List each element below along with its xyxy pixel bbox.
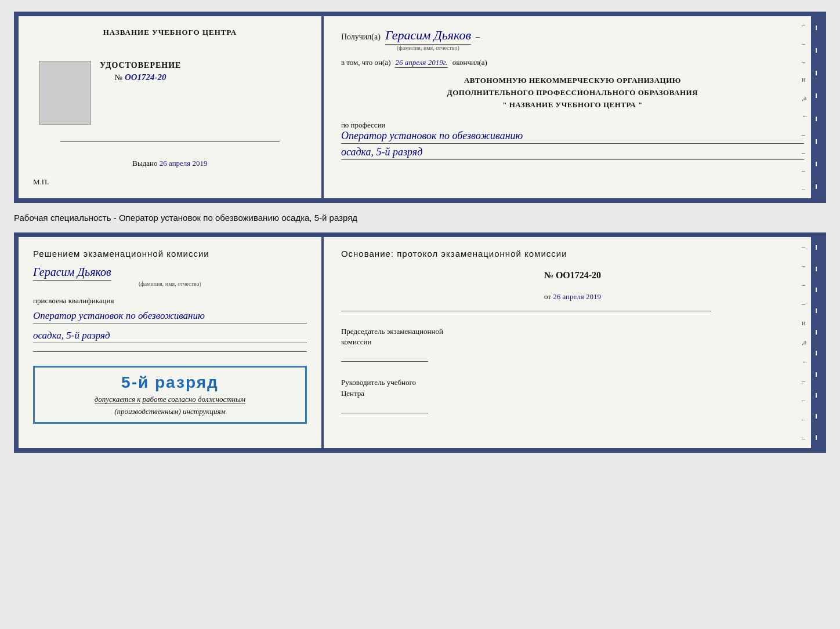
mp-label: М.П. (33, 177, 49, 187)
org-line1: АВТОНОМНУЮ НЕКОММЕРЧЕСКУЮ ОРГАНИЗАЦИЮ (341, 75, 804, 87)
from-label: от (544, 292, 551, 301)
issued-label: Выдано (132, 159, 157, 168)
org-line3: " НАЗВАНИЕ УЧЕБНОГО ЦЕНТРА " (341, 99, 804, 111)
cert-title: УДОСТОВЕРЕНИЕ (100, 61, 181, 70)
profession-block: по профессии Оператор установок по обезв… (341, 118, 804, 160)
decision-title: Решением экзаменационной комиссии (33, 249, 307, 259)
top-certificate-card: НАЗВАНИЕ УЧЕБНОГО ЦЕНТРА УДОСТОВЕРЕНИЕ №… (14, 12, 826, 203)
bottom-right-dashes: ––––и,а←–––– (802, 237, 809, 448)
photo-placeholder (39, 61, 91, 125)
stamp-allowed: допускается к работе согласно должностны… (95, 395, 245, 404)
received-row: Получил(а) Герасим Дьяков (фамилия, имя,… (341, 28, 804, 51)
school-name-top: НАЗВАНИЕ УЧЕБНОГО ЦЕНТРА (103, 28, 237, 37)
cert-number: OO1724-20 (125, 72, 166, 82)
rank-value: осадка, 5-й разряд (341, 146, 804, 160)
confirm-end: окончил(а) (452, 58, 487, 67)
top-card-right: Получил(а) Герасим Дьяков (фамилия, имя,… (324, 16, 821, 198)
chairman-title: Председатель экзаменационной комиссии (341, 326, 804, 347)
bottom-name-sublabel: (фамилия, имя, отчество) (33, 281, 307, 287)
protocol-number: № OO1724-20 (341, 270, 804, 281)
allowed-underline: работе согласно должностным (143, 395, 246, 404)
issued-date: 26 апреля 2019 (160, 159, 208, 168)
right-edge-decoration (811, 16, 821, 198)
director-sign-line (341, 402, 428, 413)
protocol-date: от 26 апреля 2019 (341, 292, 804, 301)
director-block: Руководитель учебного Центра (341, 377, 804, 416)
issued-line: Выдано 26 апреля 2019 (132, 159, 207, 168)
bottom-certificate-card: Решением экзаменационной комиссии Гераси… (14, 232, 826, 453)
bottom-name: Герасим Дьяков (33, 266, 111, 281)
org-line2: ДОПОЛНИТЕЛЬНОГО ПРОФЕССИОНАЛЬНОГО ОБРАЗО… (341, 87, 804, 99)
chairman-sign-line (341, 350, 428, 362)
org-block: АВТОНОМНУЮ НЕКОММЕРЧЕСКУЮ ОРГАНИЗАЦИЮ ДО… (341, 75, 804, 111)
profession-value: Оператор установок по обезвоживанию (341, 130, 804, 144)
stamp-rank: 5-й разряд (121, 373, 219, 392)
director-title: Руководитель учебного Центра (341, 377, 804, 398)
bottom-card-right: Основание: протокол экзаменационной коми… (324, 237, 821, 448)
bottom-card-left: Решением экзаменационной комиссии Гераси… (19, 237, 324, 448)
bottom-right-edge-decoration (811, 237, 821, 448)
allowed-end-text: (производственным) инструкциям (114, 407, 226, 416)
from-date: 26 апреля 2019 (553, 292, 601, 301)
director-title-line1: Руководитель учебного (341, 378, 416, 387)
qual-rank: осадка, 5-й разряд (33, 330, 307, 343)
name-sublabel: (фамилия, имя, отчество) (385, 45, 471, 51)
chairman-title-line2: комиссии (341, 337, 372, 346)
bottom-name-block: Герасим Дьяков (фамилия, имя, отчество) (33, 266, 307, 287)
confirm-row: в том, что он(а) 26 апреля 2019г. окончи… (341, 58, 804, 68)
basis-title: Основание: протокол экзаменационной коми… (341, 249, 804, 259)
chairman-block: Председатель экзаменационной комиссии (341, 326, 804, 365)
cert-number-prefix: № (115, 73, 122, 82)
confirm-label: в том, что он(а) (341, 58, 391, 67)
qual-value: Оператор установок по обезвоживанию (33, 310, 307, 323)
dash: – (476, 32, 480, 42)
received-label: Получил(а) (341, 32, 381, 42)
director-title-line2: Центра (341, 389, 364, 398)
qual-label: присвоена квалификация (33, 296, 307, 306)
confirm-date: 26 апреля 2019г. (395, 58, 447, 68)
right-dashes: –––и,а←–––– (802, 16, 809, 198)
allowed-text: допускается к (95, 395, 141, 404)
specialty-label: Рабочая специальность - Оператор установ… (14, 210, 826, 226)
allowed-end: (производственным) инструкциям (114, 407, 226, 416)
chairman-title-line1: Председатель экзаменационной (341, 327, 443, 336)
cert-number-block: УДОСТОВЕРЕНИЕ № OO1724-20 (100, 61, 181, 82)
profession-label: по профессии (341, 121, 804, 130)
recipient-name: Герасим Дьяков (385, 28, 471, 45)
top-card-left: НАЗВАНИЕ УЧЕБНОГО ЦЕНТРА УДОСТОВЕРЕНИЕ №… (19, 16, 324, 198)
page-wrapper: НАЗВАНИЕ УЧЕБНОГО ЦЕНТРА УДОСТОВЕРЕНИЕ №… (14, 12, 826, 453)
stamp-box: 5-й разряд допускается к работе согласно… (33, 366, 307, 424)
